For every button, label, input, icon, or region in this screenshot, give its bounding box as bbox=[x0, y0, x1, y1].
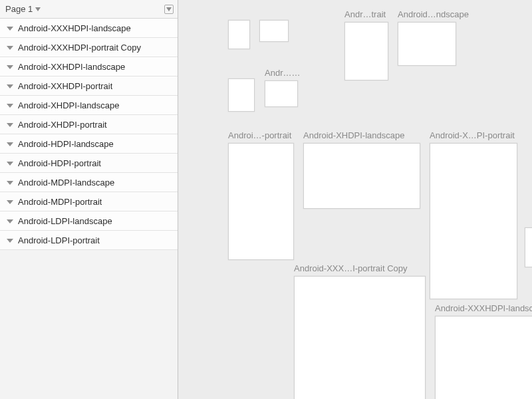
disclosure-triangle-icon[interactable] bbox=[7, 46, 13, 50]
layer-row[interactable]: Android-HDPI-portrait bbox=[0, 154, 178, 173]
artboard[interactable]: Andr…ape bbox=[265, 68, 305, 107]
artboard[interactable]: Android-XXX…I-portrait Copy bbox=[294, 263, 426, 399]
artboard-title[interactable]: Android-XXX…I-portrait Copy bbox=[294, 263, 420, 273]
artboard-surface[interactable] bbox=[228, 20, 250, 49]
artboard-surface[interactable] bbox=[430, 143, 517, 299]
layer-name: Android-LDPI-portrait bbox=[18, 235, 100, 245]
layer-name: Android-LDPI-landscape bbox=[18, 216, 112, 226]
artboard-title[interactable]: Android-XXXHDPI-landscape bbox=[435, 303, 532, 313]
artboard[interactable] bbox=[228, 20, 250, 49]
layer-name: Android-XXHDPI-portrait bbox=[18, 81, 112, 91]
artboard-surface[interactable] bbox=[228, 143, 294, 260]
layer-row[interactable]: Android-XXXHDPI-landscape bbox=[0, 19, 178, 38]
layer-row[interactable]: Android-XXHDPI-landscape bbox=[0, 57, 178, 76]
layer-row[interactable]: Android-XHDPI-portrait bbox=[0, 115, 178, 134]
artboard-title[interactable]: Android…ndscape bbox=[398, 9, 475, 19]
canvas[interactable]: Andr…traitAndroid…ndscapeAndr…apeAndroi…… bbox=[178, 0, 532, 399]
layer-row[interactable]: Android-LDPI-landscape bbox=[0, 211, 178, 231]
artboard[interactable]: Android-XXXHDPI-landscape bbox=[435, 303, 532, 399]
disclosure-triangle-icon[interactable] bbox=[7, 27, 13, 31]
artboard-surface[interactable] bbox=[265, 80, 298, 107]
artboard-surface[interactable] bbox=[435, 316, 532, 399]
artboard-title[interactable]: Android-XHDPI-landscape bbox=[303, 130, 416, 140]
disclosure-triangle-icon[interactable] bbox=[7, 200, 13, 204]
layer-name: Android-XHDPI-portrait bbox=[18, 120, 107, 130]
disclosure-triangle-icon[interactable] bbox=[7, 181, 13, 185]
artboard[interactable] bbox=[228, 78, 255, 112]
disclosure-triangle-icon[interactable] bbox=[7, 162, 13, 166]
artboard-title[interactable]: Android-X…PI-portrait bbox=[430, 130, 529, 140]
disclosure-triangle-icon[interactable] bbox=[7, 239, 13, 243]
artboard-surface[interactable] bbox=[259, 20, 289, 42]
layer-name: Android-MDPI-landscape bbox=[18, 178, 114, 188]
page-dropdown-label: Page 1 bbox=[5, 4, 33, 14]
artboard[interactable]: Android-XHDPI-landscape bbox=[303, 130, 420, 209]
layer-name: Android-HDPI-landscape bbox=[18, 139, 114, 149]
layer-name: Android-XXHDPI-landscape bbox=[18, 62, 125, 72]
page-list-icon[interactable] bbox=[164, 5, 174, 14]
layer-row[interactable]: Android-XHDPI-landscape bbox=[0, 96, 178, 115]
layer-name: Android-HDPI-portrait bbox=[18, 158, 101, 168]
artboard[interactable] bbox=[525, 227, 532, 267]
artboard-title[interactable]: Andr…ape bbox=[265, 68, 305, 78]
disclosure-triangle-icon[interactable] bbox=[7, 84, 13, 88]
layer-row[interactable]: Android-HDPI-landscape bbox=[0, 134, 178, 154]
artboard-surface[interactable] bbox=[398, 22, 456, 66]
artboard[interactable]: Android-X…PI-portrait bbox=[430, 130, 529, 299]
layer-name: Android-XXXHDPI-portrait Copy bbox=[18, 43, 141, 53]
disclosure-triangle-icon[interactable] bbox=[7, 104, 13, 108]
artboard-title[interactable]: Androi…-portrait bbox=[228, 130, 300, 140]
disclosure-triangle-icon[interactable] bbox=[7, 142, 13, 146]
artboard[interactable]: Androi…-portrait bbox=[228, 130, 300, 260]
artboard-surface[interactable] bbox=[228, 78, 255, 112]
layer-name: Android-XXXHDPI-landscape bbox=[18, 23, 131, 33]
disclosure-triangle-icon[interactable] bbox=[7, 123, 13, 127]
page-dropdown[interactable]: Page 1 bbox=[5, 4, 41, 14]
layer-row[interactable]: Android-MDPI-landscape bbox=[0, 173, 178, 192]
artboard-surface[interactable] bbox=[303, 143, 420, 209]
layer-row[interactable]: Android-MDPI-portrait bbox=[0, 192, 178, 211]
artboard-surface[interactable] bbox=[344, 22, 388, 80]
artboard[interactable]: Android…ndscape bbox=[398, 9, 475, 66]
disclosure-triangle-icon[interactable] bbox=[7, 65, 13, 69]
artboard-surface[interactable] bbox=[525, 227, 532, 267]
page-selector-bar: Page 1 bbox=[0, 0, 178, 19]
artboard[interactable] bbox=[259, 20, 289, 42]
artboard-title[interactable]: Andr…trait bbox=[344, 9, 388, 19]
layer-name: Android-XHDPI-landscape bbox=[18, 100, 119, 110]
disclosure-triangle-icon[interactable] bbox=[7, 219, 13, 223]
layer-row[interactable]: Android-XXHDPI-portrait bbox=[0, 76, 178, 96]
layer-row[interactable]: Android-LDPI-portrait bbox=[0, 231, 178, 250]
artboard-surface[interactable] bbox=[294, 276, 426, 399]
layer-row[interactable]: Android-XXXHDPI-portrait Copy bbox=[0, 38, 178, 57]
layer-list-sidebar: Page 1 Android-XXXHDPI-landscapeAndroid-… bbox=[0, 0, 178, 399]
layer-list: Android-XXXHDPI-landscapeAndroid-XXXHDPI… bbox=[0, 19, 178, 399]
layer-name: Android-MDPI-portrait bbox=[18, 197, 102, 207]
chevron-down-icon bbox=[35, 7, 41, 11]
artboard[interactable]: Andr…trait bbox=[344, 9, 388, 80]
